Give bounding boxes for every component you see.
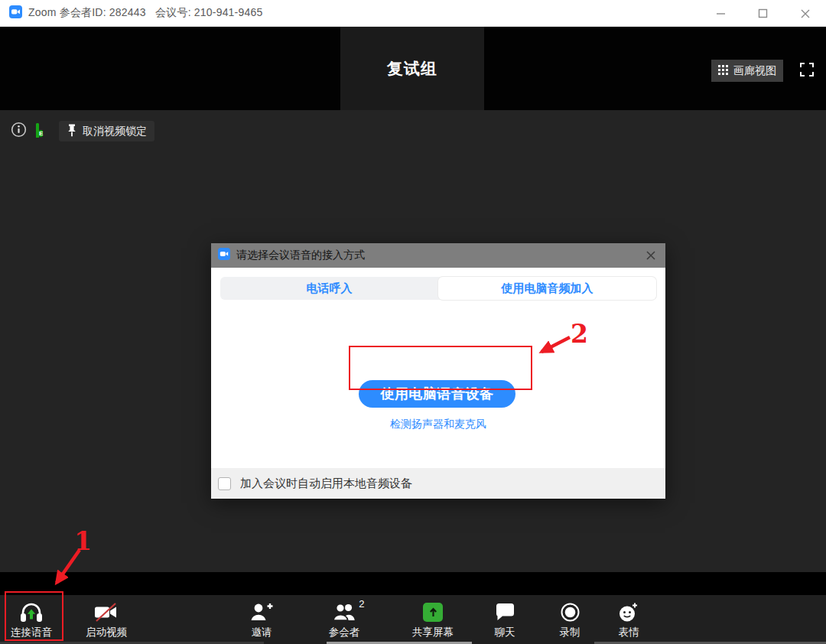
participants-icon: 2 (333, 600, 356, 624)
share-screen-button[interactable]: 共享屏幕 (403, 595, 463, 644)
auto-join-audio-label: 加入会议时自动启用本地音频设备 (240, 476, 412, 491)
participants-button[interactable]: 2 参会者 (316, 595, 372, 644)
record-label: 录制 (560, 626, 580, 639)
video-lock-label: 取消视频锁定 (83, 125, 147, 138)
pin-icon (67, 124, 77, 139)
video-strip: 复试组 画廊视图 (0, 27, 826, 110)
video-lock-button[interactable]: 取消视频锁定 (59, 121, 154, 141)
reactions-label: 表情 (619, 626, 639, 639)
test-speaker-mic-link[interactable]: 检测扬声器和麦克风 (211, 418, 665, 431)
audio-mode-tabs: 电话呼入 使用电脑音频加入 (220, 277, 656, 300)
lock-badge: E (39, 130, 43, 137)
zoom-dialog-icon (218, 248, 230, 263)
active-speaker-tile: 复试组 (340, 27, 484, 110)
invite-label: 邀请 (252, 626, 272, 639)
fullscreen-icon (800, 63, 814, 80)
share-screen-icon (423, 600, 443, 624)
participants-label: 参会者 (329, 626, 360, 639)
invite-icon (249, 600, 274, 624)
window-titlebar: Zoom 参会者ID: 282443 会议号: 210-941-9465 (0, 0, 826, 27)
gallery-view-button[interactable]: 画廊视图 (711, 60, 783, 82)
meeting-info-bar: E 取消视频锁定 (11, 121, 154, 141)
bottom-black-band (0, 572, 826, 595)
start-video-label: 启动视频 (86, 626, 127, 639)
zoom-app-icon (9, 5, 22, 21)
maximize-button[interactable] (742, 0, 784, 27)
step1-highlight-rect (5, 591, 63, 641)
zoom-meeting-window: Zoom 参会者ID: 282443 会议号: 210-941-9465 复试组… (0, 0, 826, 644)
grid-icon (718, 65, 728, 77)
meeting-info-icon[interactable] (11, 122, 27, 141)
record-icon (560, 600, 580, 624)
start-video-button[interactable]: 启动视频 (78, 595, 135, 644)
step1-number: 1 (74, 526, 92, 556)
step2-highlight-rect (349, 346, 532, 390)
auto-join-audio-checkbox[interactable] (218, 477, 231, 490)
tab-computer-audio[interactable]: 使用电脑音频加入 (438, 277, 656, 300)
dialog-close-button[interactable] (643, 248, 659, 263)
invite-button[interactable]: 邀请 (235, 595, 288, 644)
chat-icon (495, 600, 515, 624)
meeting-toolbar: 连接语音 启动视频 邀请 2 参会者 (0, 595, 826, 644)
camera-off-icon (93, 600, 120, 624)
encryption-lock-icon: E (36, 125, 50, 138)
close-button[interactable] (784, 0, 826, 27)
gallery-view-label: 画廊视图 (733, 64, 776, 78)
reactions-icon (618, 600, 639, 624)
minimize-button[interactable] (700, 0, 742, 27)
tab-phone-call[interactable]: 电话呼入 (220, 277, 438, 300)
chat-label: 聊天 (495, 626, 515, 639)
window-title: Zoom 参会者ID: 282443 会议号: 210-941-9465 (28, 6, 262, 20)
share-screen-label: 共享屏幕 (412, 626, 454, 639)
participant-name: 复试组 (387, 58, 437, 80)
participants-count-badge: 2 (359, 598, 364, 610)
reactions-button[interactable]: 表情 (601, 595, 656, 644)
record-button[interactable]: 录制 (542, 595, 597, 644)
dialog-titlebar: 请选择会议语音的接入方式 (211, 243, 665, 268)
window-controls (700, 0, 826, 27)
step2-number: 2 (571, 319, 588, 349)
dialog-title: 请选择会议语音的接入方式 (236, 249, 637, 262)
dialog-footer: 加入会议时自动启用本地音频设备 (211, 468, 665, 499)
fullscreen-button[interactable] (799, 63, 815, 79)
chat-button[interactable]: 聊天 (477, 595, 532, 644)
